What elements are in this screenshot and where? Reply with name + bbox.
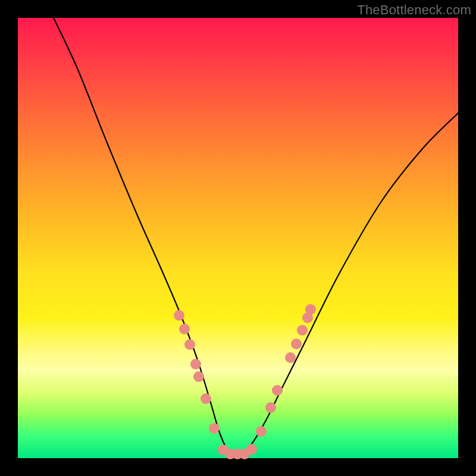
highlight-dot — [246, 444, 257, 455]
highlight-dot — [297, 325, 308, 336]
highlight-dot — [272, 385, 283, 396]
highlight-dot — [291, 339, 302, 349]
highlight-dot — [190, 359, 201, 369]
highlight-dot — [201, 393, 211, 404]
highlight-dot — [184, 339, 195, 350]
highlight-dot — [209, 423, 220, 434]
highlight-dot — [285, 352, 296, 363]
highlight-dot — [256, 426, 267, 437]
highlight-dot — [179, 324, 190, 334]
highlight-dot — [265, 402, 276, 413]
chart-frame: TheBottleneck.com — [0, 0, 476, 476]
highlight-dot — [193, 371, 204, 382]
highlight-dot — [174, 310, 184, 321]
watermark-text: TheBottleneck.com — [357, 2, 471, 18]
curve-layer — [18, 18, 458, 458]
plot-area — [18, 18, 458, 458]
bottleneck-curve — [54, 18, 458, 456]
highlight-dots-group — [174, 304, 316, 459]
highlight-dot — [305, 304, 316, 315]
